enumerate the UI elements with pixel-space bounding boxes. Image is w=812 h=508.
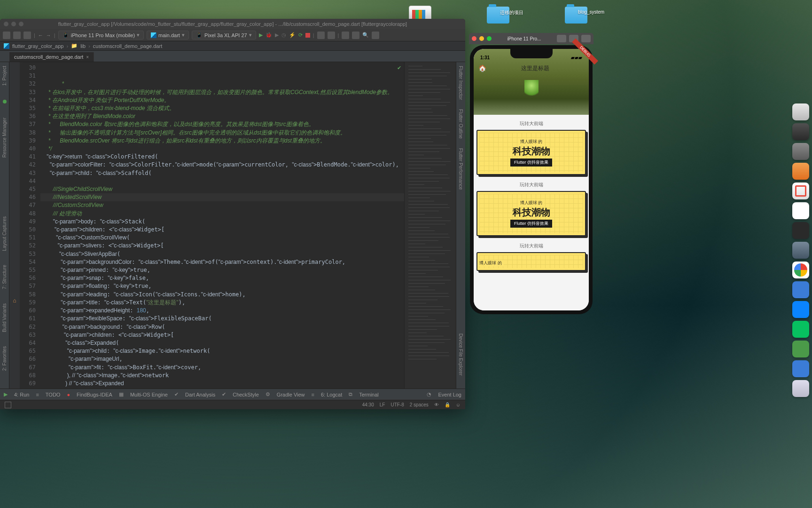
tool-resource-mgr[interactable]: Resource Manager (2, 118, 7, 158)
home-icon[interactable]: 🏠 (478, 64, 486, 72)
safari-icon[interactable] (792, 301, 809, 318)
search-icon[interactable]: 🔍 (362, 32, 369, 38)
back-icon[interactable]: ← (38, 32, 43, 38)
tool-run[interactable]: 4: Run (14, 392, 29, 397)
debug-icon[interactable]: 🐞 (265, 32, 272, 38)
simulator-window: iPhone 11 Pro... DEBUG 1:31 ▰▰▰ 🏠 这里是标题 … (469, 33, 593, 315)
smile-icon[interactable]: ☺ (456, 402, 461, 407)
tool-flutter-performance[interactable]: Flutter Performance (458, 148, 463, 190)
system-prefs-icon[interactable] (792, 123, 809, 140)
more-icon[interactable] (372, 32, 379, 39)
profile-icon[interactable]: ◷ (281, 32, 286, 38)
right-tool-dock: Flutter Inspector Flutter Outline Flutte… (456, 62, 465, 389)
run-icon[interactable]: ▶ (259, 32, 263, 38)
banner-line-2: 科技潮物 (513, 145, 550, 158)
status-square-icon[interactable] (5, 402, 11, 408)
tool-logcat[interactable]: 6: Logcat (321, 392, 342, 397)
list-item[interactable]: 玩转大前端 博人眼球 的 (476, 241, 586, 271)
qq-icon[interactable] (792, 202, 809, 219)
device-selector-2[interactable]: 📱Pixel 3a XL API 27▾ (192, 31, 256, 40)
tool-structure[interactable]: 7: Structure (2, 265, 7, 289)
card-banner: 博人眼球 的 (476, 252, 586, 271)
tool-gradle[interactable]: Gradle View (277, 392, 305, 397)
hot-reload-icon[interactable]: ⚡ (289, 32, 296, 38)
left-tool-dock: 1: Project Resource Manager Layout Captu… (0, 62, 9, 389)
hot-restart-icon[interactable]: ⟳ (298, 32, 303, 38)
line-sep[interactable]: LF (380, 402, 385, 407)
minimap[interactable] (404, 62, 456, 389)
analysis-ok-icon: ✔ (397, 64, 401, 72)
devtools-icon[interactable] (328, 32, 335, 39)
tool-findbugs[interactable]: FindBugs-IDEA (77, 392, 112, 397)
tool-flutter-outline[interactable]: Flutter Outline (458, 109, 463, 139)
tool-build-variants[interactable]: Build Variants (2, 303, 7, 332)
chrome-icon[interactable] (792, 262, 809, 278)
coverage-icon[interactable]: ▶ (275, 32, 279, 38)
zoom-icon[interactable] (487, 36, 492, 41)
run-config-selector[interactable]: main.dart▾ (147, 31, 189, 40)
tab-file[interactable]: customscroll_demo_page.dart× (9, 52, 94, 62)
scroll-view[interactable]: 正常 ✲ 主题切换 玩转大前端 博人眼球 的 科技潮物 Flutter 仿抖音效… (474, 115, 589, 310)
stop-icon[interactable] (305, 33, 310, 38)
wechat-icon[interactable] (792, 321, 809, 338)
run-play-icon[interactable]: ▶ (4, 391, 8, 397)
inspect-icon[interactable]: 👁 (434, 402, 439, 407)
attach-icon[interactable] (317, 32, 325, 39)
avd-icon[interactable] (342, 32, 349, 39)
card-banner: 博人眼球 的 科技潮物 Flutter 仿抖音效果 (476, 191, 586, 236)
app-icon[interactable] (792, 183, 809, 199)
tool-event-log[interactable]: Event Log (438, 392, 461, 397)
tool-flutter-inspector[interactable]: Flutter Inspector (458, 66, 463, 100)
tool-dart-analysis[interactable]: Dart Analysis (185, 392, 215, 397)
encoding[interactable]: UTF-8 (390, 402, 404, 407)
terminal-icon[interactable] (792, 222, 809, 239)
tool-favorites[interactable]: 2: Favorites (2, 346, 7, 371)
breadcrumb-item[interactable]: customscroll_demo_page.dart (93, 43, 162, 49)
list-item[interactable]: 玩转大前端 博人眼球 的 科技潮物 Flutter 仿抖音效果 (476, 180, 586, 236)
sdk-icon[interactable] (352, 32, 359, 39)
tool-checkstyle[interactable]: CheckStyle (233, 392, 259, 397)
ide-titlebar[interactable]: flutter_gray_color_app [/Volumes/code/mo… (0, 19, 465, 29)
desktop-folder-2[interactable]: blog_system (557, 7, 595, 25)
ide-toolbar: | ← → | 📱iPhone 11 Pro Max (mobile)▾ mai… (0, 29, 465, 41)
lock-icon[interactable]: 🔒 (445, 402, 450, 407)
code-editor[interactable]: ✔ * * 在ios开发中，在对图片进行手动处理的时候，可能用到图层混合，如改变… (39, 62, 404, 389)
camtasia-icon[interactable] (792, 341, 809, 357)
tool-device-file-explorer[interactable]: Device File Explorer (458, 333, 463, 375)
close-icon[interactable]: × (86, 55, 89, 60)
save-icon[interactable] (13, 32, 21, 39)
tool-project[interactable]: 1: Project (2, 66, 7, 86)
breadcrumb-item[interactable]: lib (80, 43, 86, 49)
tool-todo[interactable]: TODO (46, 392, 61, 397)
device-selector-1[interactable]: 📱iPhone 11 Pro Max (mobile)▾ (58, 31, 144, 40)
list-item[interactable]: 玩转大前端 博人眼球 的 科技潮物 Flutter 仿抖音效果 (476, 119, 586, 175)
window-controls[interactable] (4, 22, 23, 26)
android-studio-icon[interactable] (792, 281, 809, 298)
desktop-folder-1[interactable]: 迁移的项目 (479, 7, 517, 25)
breadcrumb-item[interactable]: flutter_gray_color_app (12, 43, 63, 49)
tool-multi-os[interactable]: Multi-OS Engine (130, 392, 168, 397)
card-banner: 博人眼球 的 科技潮物 Flutter 仿抖音效果 (476, 130, 586, 175)
card-header: 玩转大前端 (476, 180, 586, 191)
app-icon-2[interactable] (792, 360, 809, 377)
indent[interactable]: 2 spaces (410, 402, 429, 407)
tool-layout-captures[interactable]: Layout Captures (2, 216, 7, 251)
bottom-toolbar: ▶ 4: Run ≡TODO ●FindBugs-IDEA ▦Multi-OS … (0, 389, 465, 400)
open-icon[interactable] (3, 32, 10, 39)
device-screen[interactable]: 1:31 ▰▰▰ 🏠 这里是标题 正常 ✲ 主题切换 玩转大前端 博人眼球 (474, 49, 589, 310)
close-icon[interactable] (472, 36, 476, 41)
finder-icon[interactable] (792, 103, 809, 120)
minimize-icon[interactable] (479, 36, 484, 41)
clipboard-icon[interactable] (581, 35, 591, 42)
sync-icon[interactable] (23, 32, 31, 39)
launchpad-icon[interactable] (792, 143, 809, 160)
card-header: 玩转大前端 (476, 119, 586, 130)
forward-icon[interactable]: → (46, 32, 51, 38)
tool-terminal[interactable]: Terminal (359, 392, 379, 397)
sublime-icon[interactable] (792, 163, 809, 180)
screenshot-icon[interactable] (557, 35, 566, 42)
eclipse-icon[interactable] (792, 242, 809, 259)
banner-line-3: Flutter 仿抖音效果 (510, 159, 552, 167)
trash-icon[interactable] (792, 380, 809, 397)
desktop-folder-label: 迁移的项目 (500, 9, 533, 16)
